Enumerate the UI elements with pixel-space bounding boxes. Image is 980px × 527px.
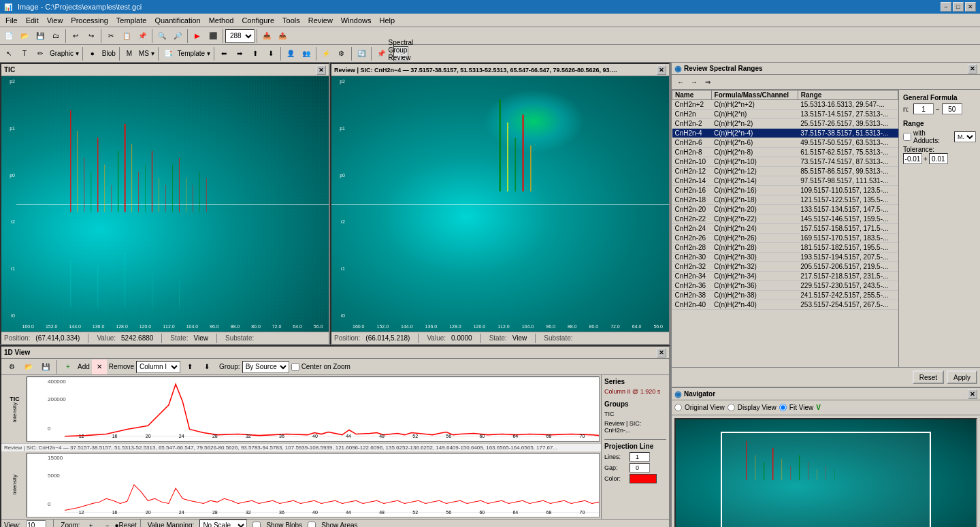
stop-btn[interactable]: ⬛ (206, 29, 220, 44)
spectral-table-row[interactable]: CnH2n-30 C(n)H(2*n-30) 193.5157-194.5157… (672, 253, 898, 262)
spectral-table-row[interactable]: CnH2n-10 C(n)H(2*n-10) 73.5157-74.5157, … (672, 157, 898, 167)
draw-btn[interactable]: ✏ (33, 46, 48, 61)
paste-btn[interactable]: 📌 (135, 29, 150, 44)
view1d-save-btn[interactable]: 💾 (38, 360, 53, 374)
close-button[interactable]: ✕ (965, 2, 976, 12)
view1d-close-button[interactable]: ✕ (657, 348, 666, 357)
open-btn[interactable]: 📂 (17, 29, 32, 44)
spectral-table-row[interactable]: CnH2n-18 C(n)H(2*n-18) 121.5157-122.5157… (672, 195, 898, 205)
spectral-table-row[interactable]: CnH2n-40 C(n)H(2*n-40) 253.5157-254.5157… (672, 300, 898, 310)
spectral-table-row[interactable]: CnH2n-14 C(n)H(2*n-14) 97.5157-98.5157, … (672, 176, 898, 186)
navigator-close-button[interactable]: ✕ (968, 389, 977, 399)
tol-minus-input[interactable] (903, 153, 922, 164)
copy-btn[interactable]: 📋 (119, 29, 134, 44)
person-btn[interactable]: 👤 (283, 46, 298, 61)
spectral-table-row[interactable]: CnH2n-32 C(n)H(2*n-32) 205.5157-206.5157… (672, 262, 898, 272)
scale-select[interactable]: 288 (225, 29, 255, 43)
group-btn[interactable]: 👥 (299, 46, 314, 61)
cut-btn[interactable]: ✂ (103, 29, 118, 44)
spectral-table-row[interactable]: CnH2n-12 C(n)H(2*n-12) 85.5157-86.5157, … (672, 167, 898, 176)
view1d-remove-btn[interactable]: ✕ (92, 360, 107, 374)
tol-plus-input[interactable] (929, 153, 948, 164)
formula-n-input[interactable] (913, 103, 934, 114)
show-blobs-check[interactable] (252, 522, 261, 528)
show-areas-check[interactable] (308, 522, 316, 528)
spectral-back-btn[interactable]: ← (674, 76, 687, 89)
menu-template[interactable]: Template (112, 15, 151, 26)
spectral-table-row[interactable]: CnH2n-20 C(n)H(2*n-20) 133.5157-134.5157… (672, 205, 898, 214)
view1d-group-select[interactable]: By Source By Type (242, 361, 289, 373)
pointer-btn[interactable]: ↖ (1, 46, 16, 61)
menu-windows[interactable]: Windows (337, 15, 376, 26)
nav-btn1[interactable]: ⬅ (216, 46, 231, 61)
spectral-table-row[interactable]: CnH2n-22 C(n)H(2*n-22) 145.5157-146.5157… (672, 214, 898, 224)
zoom-out-small-btn[interactable]: − (102, 520, 113, 528)
view1d-open-btn[interactable]: 📂 (21, 360, 36, 374)
menu-file[interactable]: File (1, 15, 22, 26)
settings-btn[interactable]: ⚙ (334, 46, 349, 61)
view-value-input[interactable] (26, 520, 46, 528)
original-view-radio[interactable] (674, 404, 682, 411)
spectral-table-row[interactable]: CnH2n-24 C(n)H(2*n-24) 157.5157-158.5157… (672, 224, 898, 234)
spectral-table-row[interactable]: CnH2n-34 C(n)H(2*n-34) 217.5157-218.5157… (672, 272, 898, 281)
adducts-select[interactable]: M... (954, 131, 976, 142)
spectral-table-row[interactable]: CnH2n+2 C(n)H(2*n+2) 15.5313-16.5313, 29… (672, 100, 898, 110)
nav-btn2[interactable]: ➡ (232, 46, 247, 61)
view1d-column-select[interactable]: Column I Column II (136, 361, 180, 373)
menu-quantification[interactable]: Quantification (150, 15, 204, 26)
maximize-button[interactable]: □ (953, 2, 964, 12)
spectral-list[interactable]: Name Formula/Mass/Channel Range CnH2n+2 … (672, 90, 898, 367)
menu-tools[interactable]: Tools (278, 15, 304, 26)
proj-color-swatch[interactable] (630, 474, 657, 483)
menu-method[interactable]: Method (205, 15, 238, 26)
spectral-forward1-btn[interactable]: → (688, 76, 700, 89)
spectral-table-row[interactable]: CnH2n-8 C(n)H(2*n-8) 61.5157-62.5157, 75… (672, 148, 898, 157)
formula-to-input[interactable] (942, 103, 962, 114)
spectral-table-row[interactable]: CnH2n-38 C(n)H(2*n-38) 241.5157-242.5157… (672, 291, 898, 300)
zoom-in-btn[interactable]: 🔍 (154, 29, 169, 44)
view1d-add-btn[interactable]: + (61, 360, 76, 374)
menu-review[interactable]: Review (304, 15, 337, 26)
reset-btn[interactable]: ● Reset (118, 520, 133, 528)
view1d-up-btn[interactable]: ⬆ (182, 360, 197, 374)
review-close-button[interactable]: ✕ (657, 65, 666, 75)
menu-view[interactable]: View (43, 15, 67, 26)
tic-close-button[interactable]: ✕ (316, 65, 326, 75)
new-btn[interactable]: 📄 (1, 29, 16, 44)
spectral-review-btn[interactable]: Spectral Group Review ▾ (393, 46, 408, 61)
minimize-button[interactable]: − (941, 2, 951, 12)
pin-btn[interactable]: 📌 (374, 46, 389, 61)
spectral-table-row[interactable]: CnH2n-4 C(n)H(2*n-4) 37.5157-38.5157, 51… (672, 129, 898, 138)
undo-btn[interactable]: ↩ (68, 29, 83, 44)
view1d-settings-btn[interactable]: ⚙ (4, 360, 19, 374)
text-btn[interactable]: T (17, 46, 32, 61)
template-btn[interactable]: 📑 (161, 46, 176, 61)
import-btn[interactable]: 📥 (259, 29, 274, 44)
nav-btn3[interactable]: ⬆ (248, 46, 263, 61)
reset-spectral-button[interactable]: Reset (913, 370, 944, 384)
export-btn[interactable]: 📤 (275, 29, 290, 44)
save-all-btn[interactable]: 🗂 (48, 29, 63, 44)
menu-processing[interactable]: Processing (67, 15, 112, 26)
spectral-table-row[interactable]: CnH2n-6 C(n)H(2*n-6) 49.5157-50.5157, 63… (672, 138, 898, 148)
proj-lines-input[interactable] (630, 452, 650, 462)
zoom-in-small-btn[interactable]: + (86, 520, 97, 528)
play-btn[interactable]: ▶ (190, 29, 205, 44)
spectral-table-row[interactable]: CnH2n-2 C(n)H(2*n-2) 25.5157-26.5157, 39… (672, 119, 898, 129)
refresh-btn[interactable]: 🔄 (354, 46, 369, 61)
menu-configure[interactable]: Configure (238, 15, 278, 26)
center-on-zoom-check[interactable] (291, 363, 299, 371)
with-adducts-check[interactable] (903, 133, 911, 141)
menu-edit[interactable]: Edit (22, 15, 43, 26)
action-btn[interactable]: ⚡ (318, 46, 333, 61)
ms-btn[interactable]: M (122, 46, 137, 61)
redo-btn[interactable]: ↪ (84, 29, 99, 44)
spectral-close-button[interactable]: ✕ (968, 64, 977, 74)
spectral-forward2-btn[interactable]: ⇒ (702, 76, 714, 89)
spectral-table-row[interactable]: CnH2n-36 C(n)H(2*n-36) 229.5157-230.5157… (672, 281, 898, 291)
spectral-table-row[interactable]: CnH2n C(n)H(2*n) 13.5157-14.5157, 27.531… (672, 110, 898, 119)
view1d-down-btn[interactable]: ⬇ (199, 360, 214, 374)
menu-help[interactable]: Help (375, 15, 399, 26)
blob-btn[interactable]: ● (85, 46, 100, 61)
save-btn[interactable]: 💾 (33, 29, 48, 44)
